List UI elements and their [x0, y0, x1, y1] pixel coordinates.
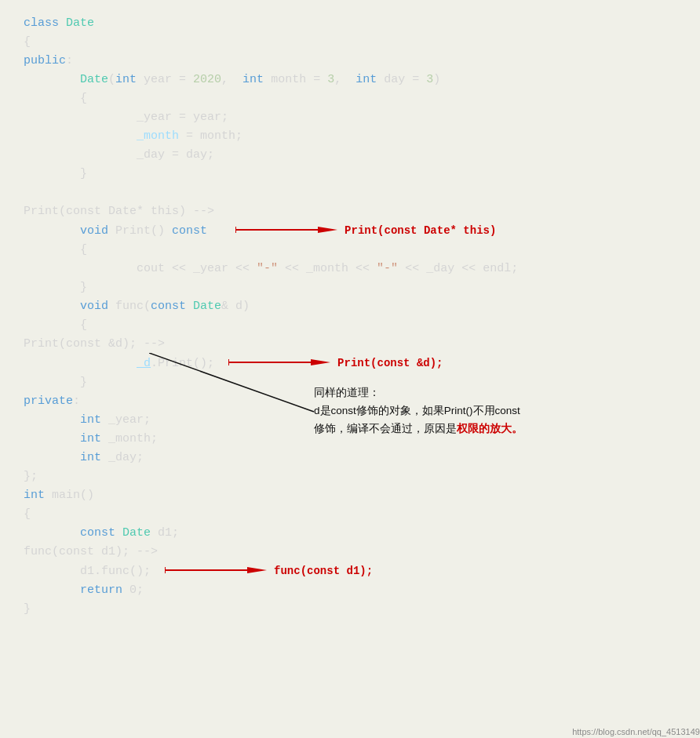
arrow3: [165, 562, 267, 580]
callout-container: private: 同样的道理： d是const修饰的对象，如果Print()不用…: [24, 392, 700, 411]
code-line-23: };: [24, 467, 700, 486]
arrow3-label: func(const d1);: [274, 565, 373, 577]
callout-line1: d是const修饰的对象，如果Print()不用const: [314, 402, 523, 420]
code-line-1: class Date: [24, 14, 700, 33]
code-line-16: {: [24, 316, 700, 335]
code-line-13: cout << _year << "-" << _month << "-" <<…: [24, 260, 700, 278]
code-line-22: int _day;: [24, 449, 700, 467]
code-line-29: }: [24, 600, 700, 619]
code-line-15: void func(const Date& d): [24, 297, 700, 316]
code-line-3: public:: [24, 52, 700, 71]
svg-marker-2: [318, 227, 337, 233]
arrow2: [228, 354, 330, 373]
code-line-14: }: [24, 278, 700, 297]
callout-box: 同样的道理： d是const修饰的对象，如果Print()不用const 修饰，…: [314, 384, 523, 438]
code-line-28: return 0;: [24, 581, 700, 600]
code-line-7: _month = month;: [24, 127, 700, 146]
arrow1-label: Print(const Date* this): [345, 224, 496, 237]
code-line-27: d1.func(); func(const d1);: [24, 562, 700, 581]
code-line-4: Date(int year = 2020, int month = 3, int…: [24, 71, 700, 89]
keyword-class: class: [24, 16, 66, 30]
code-line-9: }: [24, 165, 700, 184]
code-line-26: const Date d1;: [24, 524, 700, 543]
svg-marker-5: [311, 359, 330, 365]
code-line-17: _d.Print(); Print(const &d);: [24, 354, 700, 373]
code-line-8: _day = day;: [24, 146, 700, 165]
code-line-24: int main(): [24, 486, 700, 505]
code-container: class Date { public: Date(int year = 202…: [13, 8, 700, 738]
code-line-12: {: [24, 241, 700, 260]
code-line-5: {: [24, 89, 700, 108]
callout-line2-red: 权限的放大。: [457, 423, 523, 434]
code-line-2: {: [24, 33, 700, 52]
code-line-11: void Print() const Print(const Date* thi…: [24, 221, 700, 241]
arrow2-label: Print(const &d);: [337, 357, 443, 369]
code-line-6: _year = year;: [24, 108, 700, 127]
watermark: https://blog.csdn.net/qq_45131493: [572, 725, 700, 738]
callout-line2-pre: 修饰，编译不会通过，原因是: [314, 423, 457, 434]
code-line-25: {: [24, 505, 700, 524]
callout-line2: 修饰，编译不会通过，原因是权限的放大。: [314, 420, 523, 438]
callout-title: 同样的道理：: [314, 384, 523, 402]
code-line-blank1: [24, 184, 700, 202]
arrow1: [235, 221, 337, 240]
svg-marker-9: [247, 567, 267, 573]
class-name-date: Date: [66, 16, 94, 30]
